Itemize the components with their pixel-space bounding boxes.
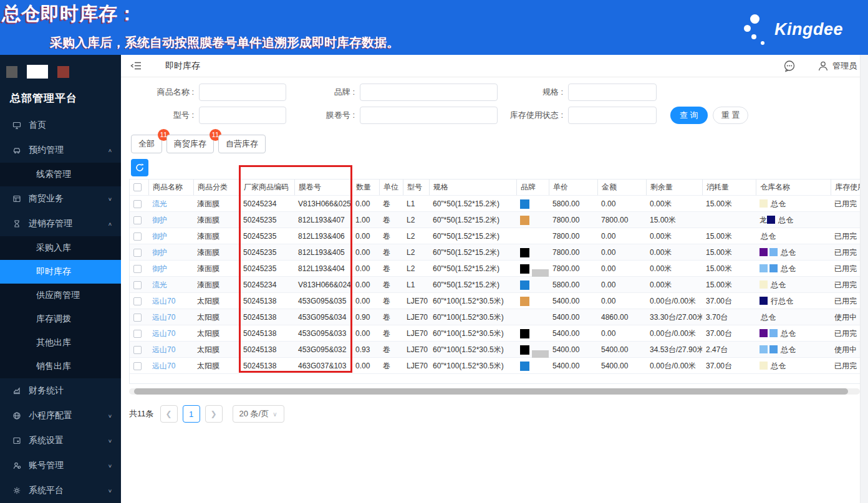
table-row: 远山70太阳膜50245138453G095&0320.93卷LJE7060"*… <box>130 341 860 357</box>
cell-spec: 60"*100(1.52*30.5米) <box>429 325 516 342</box>
sidebar-item-系统平台[interactable]: 系统平台∨ <box>0 478 121 503</box>
tab-自营库存[interactable]: 自营库存 <box>218 135 266 153</box>
product-name-link[interactable]: 远山70 <box>152 297 175 305</box>
sidebar-item-即时库存[interactable]: 即时库存 <box>0 260 121 284</box>
sidebar-item-财务统计[interactable]: 财务统计 <box>0 378 121 403</box>
product-name-link[interactable]: 御护 <box>152 248 167 257</box>
cell-factory-code: 50245235 <box>239 212 294 228</box>
sidebar-item-系统设置[interactable]: 系统设置∨ <box>0 428 121 453</box>
row-checkbox[interactable] <box>133 281 142 289</box>
column-header: 金额 <box>597 180 646 195</box>
sidebar-item-label: 库存调拨 <box>36 314 112 325</box>
next-page-button[interactable]: ❯ <box>205 405 223 423</box>
query-button[interactable]: 查 询 <box>670 107 708 124</box>
row-checkbox[interactable] <box>133 200 142 208</box>
reset-button[interactable]: 重 置 <box>713 107 749 124</box>
roll-no-input[interactable] <box>360 107 498 124</box>
cell-spec: 60"*50(1.52*15.2米) <box>429 228 516 244</box>
tab-label: 全部 <box>138 139 155 148</box>
sidebar-item-首页[interactable]: 首页 <box>0 113 121 138</box>
horizontal-scrollbar-thumb[interactable] <box>134 388 848 395</box>
cell-model: L2 <box>403 228 429 244</box>
column-header: 型号 <box>403 180 429 195</box>
sidebar-item-采购入库[interactable]: 采购入库 <box>0 236 121 260</box>
sidebar-item-线索管理[interactable]: 线索管理 <box>0 163 121 186</box>
brand-input[interactable] <box>360 84 498 101</box>
row-checkbox[interactable] <box>133 297 142 305</box>
filter-panel: 商品名称 : 品牌 : 规格 : 型号 : 膜卷号 : 库存使用状态 : 查 询… <box>121 77 868 124</box>
banner-subtitle: 采购入库后，系统自动按照膜卷号单件追溯形成即时库存数据。 <box>50 34 399 51</box>
cell-remaining: 0.00台/0.00米 <box>646 325 702 342</box>
stock-status-input[interactable] <box>568 107 657 124</box>
table-body: 流光漆面膜50245234V813H066&0250.00卷L160"*50(1… <box>130 195 860 373</box>
row-checkbox[interactable] <box>133 249 142 257</box>
row-checkbox[interactable] <box>133 314 142 322</box>
sidebar-item-供应商管理[interactable]: 供应商管理 <box>0 284 121 307</box>
product-name-link[interactable]: 流光 <box>152 280 167 289</box>
sidebar-item-label: 其他出库 <box>36 337 112 348</box>
product-name-link[interactable]: 远山70 <box>152 329 175 338</box>
table-row: 御护漆面膜50245235812L193&4071.00卷L260"*50(1.… <box>130 211 860 228</box>
cell-qty: 0.00 <box>352 358 379 374</box>
column-header: 单价 <box>549 180 597 195</box>
sidebar-item-label: 进销存管理 <box>29 218 108 229</box>
cell-unit-price: 7800.00 <box>549 244 597 261</box>
product-name-link[interactable]: 远山70 <box>152 313 175 322</box>
cell-model: L2 <box>403 212 429 228</box>
model-input[interactable] <box>199 107 286 124</box>
cell-roll-no: 812L193&404 <box>294 261 352 277</box>
page-size-select[interactable]: 20 条/页 ∨ <box>233 405 284 423</box>
row-checkbox[interactable] <box>133 265 142 273</box>
tab-全部[interactable]: 全部11 <box>131 135 162 153</box>
cell-brand <box>516 358 549 374</box>
cell-remaining: 0.00米 <box>646 244 702 261</box>
select-all-checkbox[interactable] <box>133 183 142 191</box>
message-icon[interactable] <box>783 59 796 73</box>
sidebar-item-预约管理[interactable]: 预约管理∧ <box>0 138 121 163</box>
sidebar-item-其他出库[interactable]: 其他出库 <box>0 331 121 355</box>
cell-consumed: 3.70台 <box>702 309 756 325</box>
sidebar-item-进销存管理[interactable]: 进销存管理∧ <box>0 211 121 236</box>
menu-fold-icon[interactable] <box>130 61 143 71</box>
cell-warehouse: 总仓 <box>756 358 831 374</box>
row-checkbox[interactable] <box>133 346 142 354</box>
chevron-down-icon: ∨ <box>108 196 112 202</box>
chart-icon <box>12 386 22 396</box>
column-header: 商品名称 <box>148 180 193 195</box>
spec-input[interactable] <box>568 84 657 101</box>
column-header: 规格 <box>429 180 516 195</box>
cell-factory-code: 50245235 <box>239 228 294 244</box>
gear-icon <box>12 486 22 496</box>
sidebar-item-账号管理[interactable]: 账号管理∨ <box>0 453 121 478</box>
row-checkbox[interactable] <box>133 330 142 338</box>
cell-factory-code: 50245138 <box>239 358 294 374</box>
cell-spec: 60"*100(1.52*30.5米) <box>429 342 516 358</box>
table-row: 远山70太阳膜50245138453G095&0350.00卷LJE7060"*… <box>130 292 860 309</box>
product-name-link[interactable]: 御护 <box>152 232 167 241</box>
product-name-link[interactable]: 远山70 <box>152 345 175 354</box>
tab-商贸库存[interactable]: 商贸库存11 <box>166 135 214 153</box>
table-header: 商品名称商品分类厂家商品编码膜卷号数量单位型号规格品牌单价金额剩余量消耗量仓库名… <box>130 180 860 195</box>
product-name-link[interactable]: 御护 <box>152 264 167 273</box>
sidebar-item-销售出库[interactable]: 销售出库 <box>0 355 121 378</box>
product-name-link[interactable]: 流光 <box>152 199 167 208</box>
cell-factory-code: 50245138 <box>239 342 294 358</box>
sidebar-item-小程序配置[interactable]: 小程序配置∨ <box>0 403 121 428</box>
product-name-link[interactable]: 御护 <box>152 216 167 224</box>
cell-spec: 60"*50(1.52*15.2米) <box>429 244 516 261</box>
row-checkbox[interactable] <box>133 232 142 241</box>
refresh-button[interactable] <box>131 159 148 176</box>
product-name-input[interactable] <box>199 84 286 101</box>
cell-unit-price: 7800.00 <box>549 228 597 244</box>
sidebar-item-商贸业务[interactable]: 商贸业务∨ <box>0 186 121 211</box>
current-page-button[interactable]: 1 <box>183 405 200 423</box>
prev-page-button[interactable]: ❮ <box>160 405 178 423</box>
sidebar-item-库存调拨[interactable]: 库存调拨 <box>0 307 121 331</box>
vertical-scrollbar[interactable] <box>860 55 868 503</box>
row-checkbox[interactable] <box>133 216 142 224</box>
cell-brand <box>516 342 549 358</box>
banner-title: 总仓即时库存： <box>2 1 137 27</box>
user-menu[interactable]: 管理员 <box>817 60 857 72</box>
row-checkbox[interactable] <box>133 362 142 370</box>
product-name-link[interactable]: 远山70 <box>152 362 175 370</box>
